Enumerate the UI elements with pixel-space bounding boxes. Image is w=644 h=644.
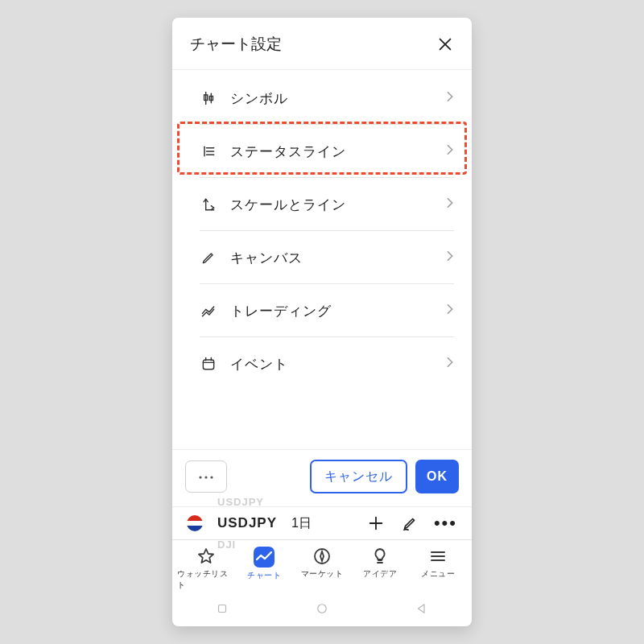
settings-row-label: スケールとライン: [230, 196, 346, 214]
chart-toolbar: USDJPY USDJPY 1日 ••• DJI: [172, 506, 472, 539]
tab-label: マーケット: [301, 568, 344, 580]
settings-row-label: シンボル: [230, 89, 288, 108]
chevron-right-icon: [446, 250, 454, 265]
candlestick-icon: [200, 89, 217, 107]
settings-row-label: イベント: [230, 355, 288, 374]
settings-row-canvas[interactable]: キャンバス: [172, 231, 472, 284]
draw-pencil-icon[interactable]: [400, 514, 419, 533]
settings-row-events[interactable]: イベント: [172, 337, 472, 390]
tab-market[interactable]: マーケット: [293, 547, 351, 591]
settings-header: チャート設定: [172, 18, 472, 70]
system-nav: [172, 594, 472, 626]
symbol-label[interactable]: USDJPY: [217, 515, 277, 531]
svg-rect-27: [219, 605, 226, 613]
tab-watchlist[interactable]: ウォッチリスト: [177, 547, 235, 591]
settings-row-label: トレーディング: [230, 302, 332, 320]
tab-idea[interactable]: アイデア: [351, 547, 409, 591]
settings-row-label: キャンバス: [230, 249, 303, 267]
nav-recent-icon[interactable]: [215, 601, 229, 619]
timeframe-label[interactable]: 1日: [291, 515, 312, 532]
settings-title: チャート設定: [190, 34, 282, 55]
more-horizontal-icon: [197, 469, 215, 484]
chevron-right-icon: [446, 357, 454, 371]
tab-label: メニュー: [421, 568, 455, 580]
trend-icon: [200, 302, 217, 320]
chevron-right-icon: [446, 303, 454, 318]
chevron-right-icon: [446, 144, 454, 159]
settings-list: シンボル ステータスライン: [172, 70, 472, 449]
tab-menu[interactable]: メニュー: [409, 547, 467, 591]
svg-marker-29: [419, 605, 425, 613]
flag-icon: [187, 515, 203, 531]
tab-chart[interactable]: チャート: [235, 547, 293, 591]
calendar-icon: [200, 355, 217, 373]
pencil-icon: [200, 249, 217, 266]
settings-row-scales[interactable]: スケールとライン: [172, 178, 472, 231]
ghost-symbol: DJI: [217, 539, 236, 551]
plus-icon[interactable]: [366, 514, 386, 533]
nav-home-icon[interactable]: [315, 601, 329, 619]
chart-icon: [254, 547, 275, 568]
tab-label: チャート: [247, 570, 281, 581]
device-frame: チャート設定 シンボル: [172, 18, 472, 626]
ghost-symbol: USDJPY: [217, 496, 264, 508]
cancel-button[interactable]: キャンセル: [310, 460, 407, 493]
settings-row-trading[interactable]: トレーディング: [172, 284, 472, 337]
more-horizontal-icon[interactable]: •••: [434, 519, 457, 527]
scales-icon: [200, 196, 217, 213]
svg-rect-12: [203, 360, 213, 369]
svg-point-18: [210, 476, 213, 478]
ok-button[interactable]: OK: [415, 460, 459, 493]
settings-row-symbol[interactable]: シンボル: [172, 72, 472, 125]
tab-label: ウォッチリスト: [177, 568, 235, 591]
svg-marker-23: [320, 551, 324, 561]
nav-back-icon[interactable]: [415, 601, 429, 619]
svg-marker-21: [199, 549, 213, 563]
tab-label: アイデア: [363, 568, 397, 580]
svg-point-28: [318, 605, 327, 613]
chevron-right-icon: [446, 197, 454, 212]
settings-row-label: ステータスライン: [230, 142, 346, 161]
lines-icon: [200, 142, 217, 160]
close-icon[interactable]: [436, 35, 454, 53]
settings-row-statusline[interactable]: ステータスライン: [172, 125, 472, 178]
more-button[interactable]: [185, 460, 227, 493]
chevron-right-icon: [446, 91, 454, 105]
svg-point-16: [199, 476, 201, 478]
svg-point-17: [204, 476, 207, 478]
